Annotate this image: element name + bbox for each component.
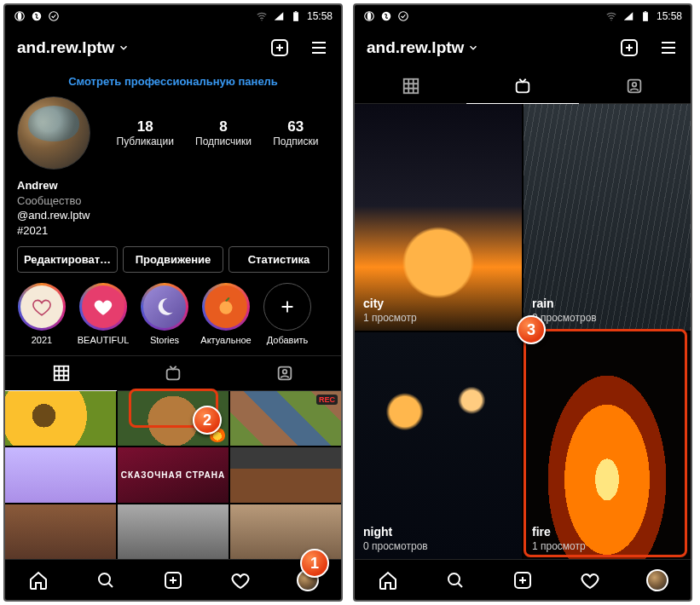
- highlight-add[interactable]: Добавить: [263, 283, 312, 345]
- svg-rect-23: [403, 78, 418, 93]
- highlight-beautiful[interactable]: BEAUTIFUL: [78, 283, 128, 345]
- username-text: and.rew.lptw: [367, 38, 464, 57]
- tab-grid[interactable]: [5, 356, 117, 390]
- nav-search[interactable]: [95, 569, 117, 591]
- igtv-video-rain[interactable]: rain 0 просмотров: [524, 104, 691, 331]
- stat-posts[interactable]: 18 Публикации: [117, 118, 174, 147]
- post-thumbnail[interactable]: [5, 447, 116, 502]
- username-dropdown[interactable]: and.rew.lptw: [367, 38, 479, 57]
- profile-content-tabs: [5, 355, 341, 391]
- post-thumbnail[interactable]: [230, 504, 341, 559]
- menu-button[interactable]: [658, 37, 679, 58]
- bio-block: Andrew Сообщество @and.rew.lptw #2021: [5, 178, 341, 246]
- post-thumbnail[interactable]: СКАЗОЧНАЯ СТРАНА: [118, 447, 229, 502]
- signal-icon: [622, 10, 634, 22]
- professional-dashboard-link[interactable]: Смотреть профессиональную панель: [5, 68, 341, 96]
- insights-button[interactable]: Статистика: [229, 246, 329, 273]
- opera-icon: [14, 10, 26, 22]
- svg-rect-9: [54, 366, 68, 381]
- svg-point-18: [399, 12, 408, 21]
- tab-tagged[interactable]: [229, 356, 341, 390]
- post-thumbnail[interactable]: [5, 391, 116, 446]
- tab-igtv[interactable]: [117, 356, 229, 390]
- opera-icon: [363, 10, 375, 22]
- status-bar: 15:58: [355, 5, 691, 27]
- highlight-2021[interactable]: 2021: [17, 283, 67, 345]
- svg-point-27: [448, 573, 460, 585]
- plus-icon: [278, 297, 297, 316]
- shazam-icon: [31, 10, 43, 22]
- svg-rect-21: [645, 11, 646, 12]
- svg-point-4: [261, 20, 262, 20]
- nav-create[interactable]: [512, 569, 534, 591]
- svg-point-19: [610, 20, 611, 20]
- account-category: Сообщество: [17, 193, 329, 209]
- stat-followers[interactable]: 8 Подписчики: [195, 118, 252, 147]
- svg-rect-10: [167, 370, 180, 380]
- username-dropdown[interactable]: and.rew.lptw: [17, 38, 130, 57]
- bio-mention[interactable]: @and.rew.lptw: [17, 208, 329, 223]
- annotation-callout-1: 1: [300, 549, 329, 578]
- bottom-nav: [355, 559, 691, 600]
- nav-activity[interactable]: [579, 569, 601, 591]
- sync-done-icon: [397, 10, 409, 22]
- annotation-callout-2: 2: [193, 406, 222, 435]
- nav-activity[interactable]: [229, 569, 252, 591]
- menu-button[interactable]: [309, 37, 329, 58]
- promote-button[interactable]: Продвижение: [123, 246, 223, 273]
- clock: 15:58: [307, 10, 333, 22]
- create-button[interactable]: [269, 37, 290, 58]
- profile-header: and.rew.lptw: [5, 27, 341, 68]
- nav-search[interactable]: [444, 569, 466, 591]
- rec-badge: REC: [316, 395, 338, 405]
- igtv-video-fire[interactable]: fire 1 просмотр: [524, 332, 691, 559]
- svg-point-12: [283, 370, 287, 374]
- nav-profile[interactable]: [646, 569, 668, 591]
- post-thumbnail[interactable]: [118, 504, 229, 559]
- svg-point-1: [18, 12, 22, 20]
- username-text: and.rew.lptw: [17, 38, 114, 57]
- post-thumbnail[interactable]: [230, 447, 341, 502]
- profile-avatar[interactable]: [17, 96, 90, 170]
- clock: 15:58: [657, 10, 682, 22]
- chevron-down-icon: [467, 42, 479, 54]
- display-name: Andrew: [17, 178, 329, 193]
- svg-rect-20: [643, 12, 648, 20]
- create-button[interactable]: [619, 37, 639, 58]
- svg-rect-6: [295, 11, 297, 12]
- nav-home[interactable]: [377, 569, 399, 591]
- posts-grid: REC СКАЗОЧНАЯ СТРАНА: [5, 391, 341, 559]
- svg-rect-24: [517, 82, 529, 92]
- profile-row: 18 Публикации 8 Подписчики 63 Подписки: [5, 96, 341, 178]
- profile-content-tabs: [355, 68, 691, 104]
- svg-point-26: [633, 82, 637, 86]
- nav-create[interactable]: [162, 569, 184, 591]
- igtv-video-city[interactable]: city 1 просмотр: [355, 104, 522, 331]
- profile-actions: Редактироват… Продвижение Статистика: [5, 246, 341, 283]
- svg-rect-5: [293, 12, 298, 20]
- post-thumbnail[interactable]: REC: [230, 391, 341, 446]
- profile-header: and.rew.lptw: [355, 27, 691, 68]
- bio-hashtag[interactable]: #2021: [17, 223, 329, 239]
- post-thumbnail[interactable]: [5, 504, 116, 559]
- tab-grid[interactable]: [355, 68, 466, 103]
- wifi-icon: [256, 10, 268, 22]
- highlight-stories[interactable]: Stories: [140, 283, 189, 345]
- phone-profile: 15:58 and.rew.lptw Смотреть профессионал…: [3, 3, 343, 602]
- phone-igtv: 15:58 and.rew.lptw city 1 просмотр rai: [353, 3, 692, 602]
- tab-igtv[interactable]: [466, 68, 578, 103]
- edit-profile-button[interactable]: Редактироват…: [17, 246, 118, 273]
- bottom-nav: [5, 559, 341, 600]
- wifi-icon: [605, 10, 617, 22]
- battery-icon: [290, 10, 302, 22]
- igtv-video-night[interactable]: night 0 просмотров: [355, 332, 522, 559]
- status-bar: 15:58: [5, 5, 341, 27]
- stat-following[interactable]: 63 Подписки: [273, 118, 318, 147]
- svg-point-16: [367, 12, 372, 20]
- annotation-callout-3: 3: [517, 315, 546, 344]
- nav-home[interactable]: [27, 569, 49, 591]
- highlights-row: 2021 BEAUTIFUL Stories Актуальное Добави…: [5, 283, 341, 355]
- tab-tagged[interactable]: [579, 68, 691, 103]
- shazam-icon: [380, 10, 392, 22]
- highlight-актуальное[interactable]: Актуальное: [201, 283, 251, 345]
